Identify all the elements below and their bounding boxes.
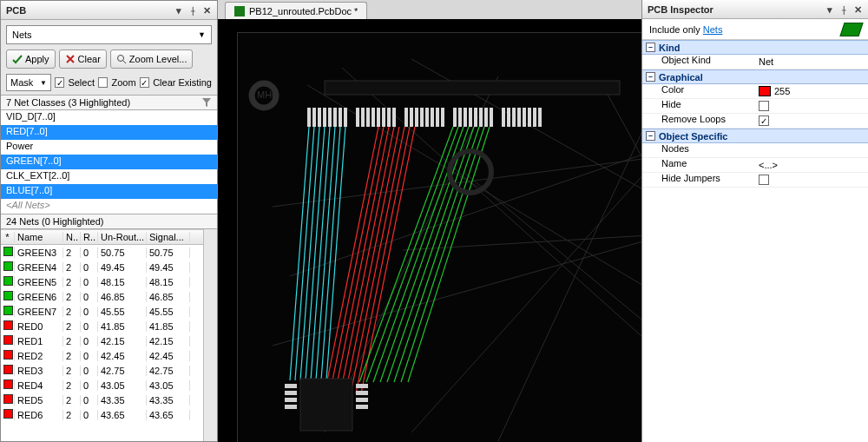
clear-existing-checkbox[interactable]: ✓ bbox=[140, 77, 150, 88]
color-value[interactable]: 255 bbox=[755, 84, 868, 98]
table-row[interactable]: RED02041.8541.85 bbox=[1, 319, 203, 333]
group-graphical[interactable]: –Graphical bbox=[642, 69, 868, 84]
net-color-swatch bbox=[3, 320, 13, 330]
svg-line-44 bbox=[401, 127, 484, 382]
table-row[interactable]: RED32042.7542.75 bbox=[1, 363, 203, 378]
zoom-label: Zoom bbox=[111, 77, 135, 88]
svg-rect-48 bbox=[300, 379, 352, 431]
pcb-panel: PCB ▾ ⟊ ✕ Nets ▼ Apply Clear Zoom Level.… bbox=[0, 0, 218, 442]
svg-line-42 bbox=[387, 127, 474, 382]
svg-line-36 bbox=[356, 127, 410, 393]
table-row[interactable]: RED12042.1542.15 bbox=[1, 333, 203, 348]
close-icon[interactable]: ✕ bbox=[852, 4, 863, 15]
svg-line-25 bbox=[306, 127, 325, 380]
menu-arrow-icon[interactable]: ▾ bbox=[174, 5, 184, 16]
svg-line-37 bbox=[361, 127, 415, 393]
mask-dropdown[interactable]: Mask ▼ bbox=[6, 74, 51, 91]
svg-line-39 bbox=[366, 127, 458, 382]
select-checkbox[interactable]: ✓ bbox=[55, 77, 65, 88]
svg-line-32 bbox=[335, 127, 389, 393]
net-class-item[interactable]: VID_D[7..0] bbox=[1, 110, 217, 125]
pin-icon[interactable]: ⟊ bbox=[838, 4, 849, 15]
net-color-swatch bbox=[3, 261, 13, 271]
table-row[interactable]: RED42043.0543.05 bbox=[1, 378, 203, 393]
net-color-swatch bbox=[3, 365, 13, 374]
pcb-canvas[interactable]: MH6 bbox=[218, 19, 641, 442]
net-class-item[interactable]: Power bbox=[1, 140, 217, 155]
net-color-swatch bbox=[3, 291, 13, 300]
table-row[interactable]: GREEN62046.8546.85 bbox=[1, 289, 203, 304]
pcb-doc-icon bbox=[234, 6, 245, 16]
scrollbar[interactable] bbox=[203, 229, 217, 441]
select-label: Select bbox=[68, 77, 95, 88]
document-tab-bar: PB12_unrouted.PcbDoc * bbox=[218, 0, 641, 19]
net-color-swatch bbox=[3, 394, 13, 404]
include-only-link[interactable]: Nets bbox=[703, 24, 723, 35]
net-class-item[interactable]: CLK_EXT[2..0] bbox=[1, 169, 217, 184]
svg-line-12 bbox=[403, 224, 641, 250]
table-row[interactable]: GREEN72045.5545.55 bbox=[1, 304, 203, 319]
svg-rect-54 bbox=[356, 391, 368, 395]
table-row[interactable]: GREEN32050.7550.75 bbox=[1, 245, 203, 260]
svg-rect-21 bbox=[344, 108, 347, 127]
net-color-swatch bbox=[3, 247, 13, 256]
hide-jumpers-checkbox[interactable] bbox=[759, 175, 769, 185]
svg-rect-20 bbox=[339, 108, 342, 127]
chevron-down-icon: ▼ bbox=[40, 79, 47, 87]
table-row[interactable]: GREEN42049.4549.45 bbox=[1, 260, 203, 274]
svg-rect-19 bbox=[333, 108, 337, 127]
table-row[interactable]: RED22042.4542.45 bbox=[1, 348, 203, 363]
svg-line-26 bbox=[311, 127, 330, 380]
object-kind-value[interactable]: Net bbox=[755, 55, 868, 69]
nets-header: 24 Nets (0 Highlighted) bbox=[1, 214, 217, 229]
svg-line-11 bbox=[464, 172, 641, 424]
svg-line-31 bbox=[330, 127, 384, 393]
close-icon[interactable]: ✕ bbox=[201, 5, 212, 16]
net-class-all[interactable]: <All Nets> bbox=[1, 199, 217, 214]
nets-table: * Name N.. R.. Un-Rout... Signal... GREE… bbox=[1, 229, 203, 441]
zoom-level-button[interactable]: Zoom Level... bbox=[110, 49, 194, 69]
net-color-swatch bbox=[3, 306, 13, 315]
svg-line-10 bbox=[273, 189, 641, 346]
svg-rect-13 bbox=[325, 81, 620, 95]
svg-line-33 bbox=[340, 127, 394, 393]
nets-table-header[interactable]: * Name N.. R.. Un-Rout... Signal... bbox=[1, 230, 203, 245]
inspector-header: PCB Inspector ▾ ⟊ ✕ bbox=[642, 0, 868, 19]
svg-point-0 bbox=[117, 56, 123, 62]
remove-loops-checkbox[interactable]: ✓ bbox=[759, 115, 769, 126]
category-dropdown[interactable]: Nets ▼ bbox=[6, 25, 212, 44]
svg-line-22 bbox=[290, 127, 309, 380]
svg-line-27 bbox=[316, 127, 335, 380]
svg-text:MH6: MH6 bbox=[257, 89, 277, 100]
net-class-item[interactable]: GREEN[7..0] bbox=[1, 155, 217, 169]
zoom-checkbox[interactable] bbox=[98, 77, 108, 88]
net-class-item[interactable]: BLUE[7..0] bbox=[1, 184, 217, 199]
table-row[interactable]: RED52043.3543.35 bbox=[1, 393, 203, 407]
net-color-swatch bbox=[3, 276, 13, 286]
svg-rect-55 bbox=[356, 398, 368, 402]
svg-line-9 bbox=[290, 102, 641, 276]
hide-checkbox[interactable] bbox=[759, 101, 769, 111]
clear-button[interactable]: Clear bbox=[59, 49, 107, 69]
name-value[interactable]: <...> bbox=[755, 158, 868, 172]
svg-line-29 bbox=[326, 127, 345, 380]
color-swatch-icon bbox=[759, 86, 771, 96]
pin-icon[interactable]: ⟊ bbox=[187, 5, 198, 16]
nodes-value[interactable] bbox=[755, 143, 868, 157]
document-tab[interactable]: PB12_unrouted.PcbDoc * bbox=[225, 2, 367, 19]
svg-rect-15 bbox=[312, 108, 316, 127]
net-color-swatch bbox=[3, 350, 13, 360]
svg-line-41 bbox=[380, 127, 469, 382]
menu-arrow-icon[interactable]: ▾ bbox=[825, 4, 835, 15]
group-kind[interactable]: –Kind bbox=[642, 40, 868, 55]
table-row[interactable]: GREEN52048.1548.15 bbox=[1, 274, 203, 289]
svg-line-23 bbox=[295, 127, 314, 380]
inspector-panel: PCB Inspector ▾ ⟊ ✕ Include only Nets –K… bbox=[641, 0, 868, 442]
design-area: PB12_unrouted.PcbDoc * bbox=[218, 0, 641, 442]
filter-icon[interactable] bbox=[201, 97, 212, 108]
apply-button[interactable]: Apply bbox=[6, 49, 56, 69]
group-object-specific[interactable]: –Object Specific bbox=[642, 129, 868, 143]
svg-rect-16 bbox=[318, 108, 321, 127]
table-row[interactable]: RED62043.6543.65 bbox=[1, 407, 203, 422]
net-class-item[interactable]: RED[7..0] bbox=[1, 125, 217, 140]
